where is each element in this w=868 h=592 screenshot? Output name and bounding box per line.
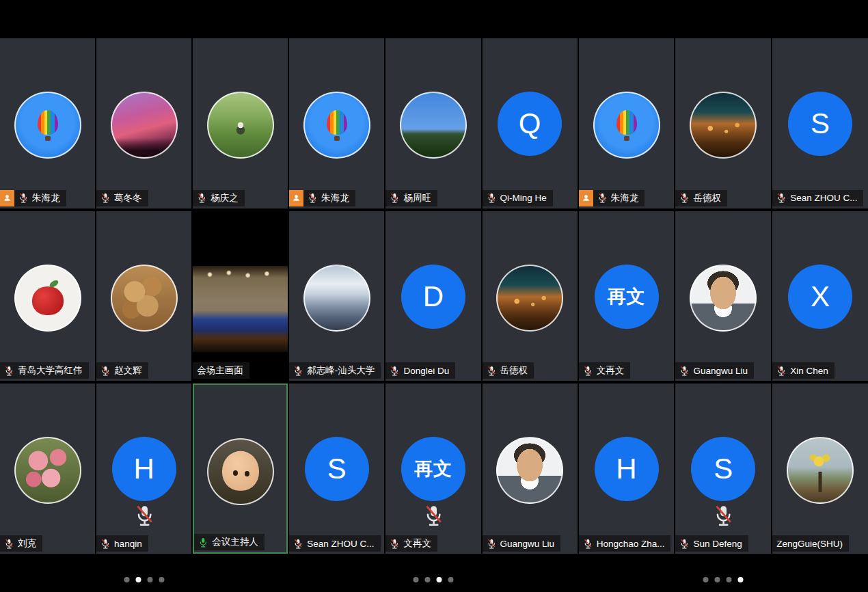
mic-status-icon (679, 365, 689, 377)
participant-name: Guangwu Liu (693, 366, 748, 376)
pagination-dot[interactable] (424, 577, 430, 582)
pagination-dot[interactable] (715, 577, 720, 582)
mic-status-icon (100, 538, 110, 550)
participant-avatar (496, 265, 563, 332)
participant-tile[interactable]: 岳德权 (675, 38, 771, 208)
participant-avatar (111, 92, 178, 159)
participant-name: 郝志峰-汕头大学 (307, 364, 375, 377)
pagination-dot[interactable] (135, 577, 141, 582)
participant-tile[interactable]: H Hongchao Zha... (579, 384, 675, 554)
participant-tile[interactable]: 青岛大学高红伟 (0, 211, 95, 381)
participant-avatar: D (401, 265, 465, 329)
avatar-initial: Q (498, 92, 562, 156)
mic-status-icon (487, 365, 496, 377)
name-chip: Qi-Ming He (483, 190, 553, 206)
pagination-dot[interactable] (448, 577, 453, 582)
pagination-dot[interactable] (738, 577, 744, 582)
participant-avatar: X (788, 265, 852, 329)
mic-status-icon (18, 192, 28, 204)
name-chip: 朱海龙 (579, 190, 645, 206)
participant-avatar (14, 265, 81, 332)
mic-muted-icon (134, 502, 154, 528)
participant-tile[interactable]: ZengGuie(SHU) (772, 384, 868, 554)
participant-avatar (14, 437, 81, 504)
participant-avatar (400, 92, 467, 159)
mic-status-icon (679, 192, 689, 204)
participant-name: 会议主持人 (212, 536, 258, 548)
participant-tile[interactable]: 朱海龙 (0, 38, 95, 208)
participant-tile[interactable]: X Xin Chen (772, 211, 868, 381)
participant-name: 朱海龙 (32, 192, 60, 204)
mic-status-icon (293, 538, 303, 550)
participant-name: Sun Defeng (693, 539, 742, 549)
pagination-dot[interactable] (436, 577, 442, 582)
name-chip: Hongchao Zha... (579, 535, 671, 552)
name-chip: 文再文 (579, 362, 631, 379)
name-chip: Donglei Du (385, 362, 455, 379)
name-chip: Guangwu Liu (483, 535, 561, 552)
participant-tile[interactable]: 朱海龙 (289, 38, 384, 208)
participant-avatar: 再文 (401, 437, 465, 501)
name-chip: 杨庆之 (193, 190, 245, 206)
pagination-dot[interactable] (147, 577, 152, 582)
name-chip: Guangwu Liu (675, 362, 754, 379)
participant-tile[interactable]: 郝志峰-汕头大学 (289, 211, 384, 381)
participant-tile[interactable]: 葛冬冬 (96, 38, 191, 208)
participant-avatar (207, 438, 274, 505)
participant-tile[interactable]: 杨庆之 (193, 38, 288, 208)
participant-tile[interactable]: D Donglei Du (385, 211, 480, 381)
participant-avatar (14, 92, 81, 159)
pagination-dot[interactable] (124, 577, 129, 582)
participant-tile[interactable]: 再文 文再文 (385, 384, 480, 554)
mic-status-icon (100, 365, 110, 377)
participant-name: Guangwu Liu (500, 539, 555, 549)
main-hall-video (193, 266, 288, 352)
participant-tile[interactable]: 岳德权 (483, 211, 578, 381)
avatar-initial: H (595, 437, 659, 501)
mic-muted-icon (423, 502, 444, 528)
pagination-dot[interactable] (159, 577, 164, 582)
pagination-dots (703, 577, 744, 582)
participant-avatar (303, 265, 370, 332)
participant-avatar: H (595, 437, 659, 501)
pagination-dot[interactable] (413, 577, 418, 582)
pagination-dot[interactable] (727, 577, 732, 582)
avatar-initial: X (788, 265, 852, 329)
mic-status-icon (390, 192, 399, 204)
name-chip: 文再文 (385, 535, 437, 552)
participant-tile[interactable]: S Sun Defeng (675, 384, 771, 554)
participant-tile[interactable]: 再文 文再文 (579, 211, 675, 381)
participant-avatar (787, 437, 854, 504)
participant-tile[interactable]: 刘克 (0, 384, 95, 554)
participant-tile[interactable]: 会议主持人 (193, 384, 288, 554)
participant-tile[interactable]: S Sean ZHOU C... (772, 38, 868, 208)
mic-status-icon (583, 538, 593, 550)
participant-tile[interactable]: S Sean ZHOU C... (289, 384, 384, 554)
mic-status-icon (4, 538, 14, 550)
name-chip: 会议主持人 (194, 534, 265, 550)
avatar-initial: S (305, 437, 369, 501)
participant-tile[interactable]: 杨周旺 (385, 38, 480, 208)
screen-panel-1: 朱海龙 葛冬冬 (0, 0, 289, 592)
participant-tile[interactable]: 会场主画面 (193, 211, 288, 381)
participant-tile[interactable]: Guangwu Liu (675, 211, 771, 381)
participant-name: 杨庆之 (211, 192, 239, 204)
name-chip: 杨周旺 (385, 190, 437, 206)
mic-status-icon (197, 192, 206, 204)
participant-name: 葛冬冬 (114, 192, 142, 204)
participant-tile[interactable]: H hanqin (96, 384, 191, 554)
name-chip: 葛冬冬 (96, 190, 148, 206)
host-badge-icon (579, 190, 593, 206)
participant-name: 岳德权 (693, 192, 721, 204)
participant-avatar: S (305, 437, 369, 501)
mic-status-icon (487, 538, 496, 550)
pagination-dot[interactable] (703, 577, 709, 582)
name-chip: Sean ZHOU C... (289, 535, 380, 552)
participant-tile[interactable]: 赵文辉 (96, 211, 191, 381)
mic-status-icon (776, 192, 786, 204)
participant-tile[interactable]: 朱海龙 (579, 38, 675, 208)
participant-tile[interactable]: Q Qi-Ming He (483, 38, 578, 208)
participant-name: hanqin (114, 539, 142, 549)
participant-tile[interactable]: Guangwu Liu (483, 384, 578, 554)
participant-name: Qi-Ming He (500, 193, 547, 203)
